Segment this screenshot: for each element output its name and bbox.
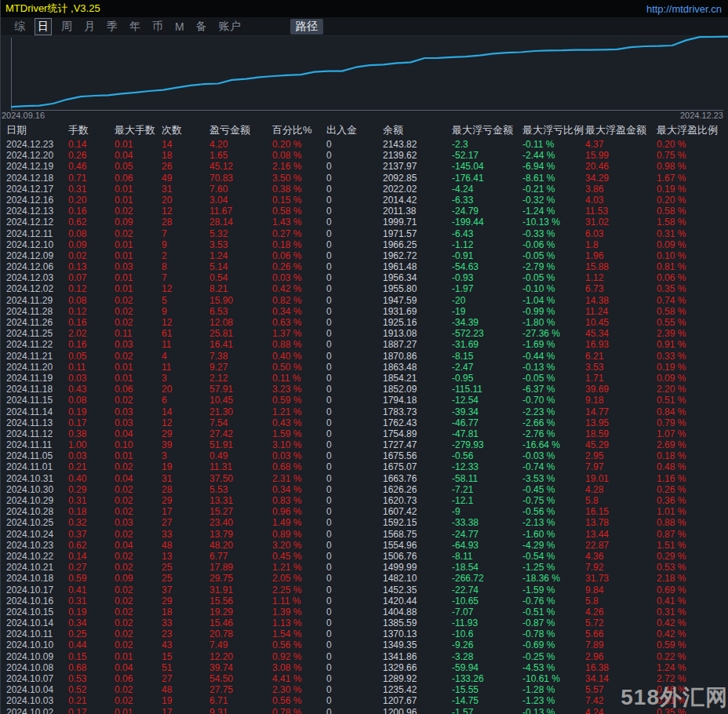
- table-row[interactable]: 2024.11.111.000.103951.913.10 %01727.47-…: [1, 439, 728, 450]
- column-header[interactable]: 最大手数: [115, 123, 162, 137]
- cell: 0.21: [68, 695, 115, 706]
- table-row[interactable]: 2024.11.010.210.021911.310.68 %01675.07-…: [1, 461, 728, 472]
- cell: -15.55: [452, 684, 522, 695]
- table-row[interactable]: 2024.11.220.160.031116.410.88 %01887.27-…: [1, 339, 728, 350]
- cell: -1.60 %: [522, 529, 585, 540]
- table-row[interactable]: 2024.11.252.020.116125.811.37 %01913.08-…: [1, 328, 728, 339]
- table-row[interactable]: 2024.12.110.080.0275.320.27 %01971.57-6.…: [1, 228, 728, 239]
- table-row[interactable]: 2024.11.120.380.042927.421.59 %01754.89-…: [1, 428, 728, 439]
- table-row[interactable]: 2024.11.210.050.0247.380.40 %01870.86-8.…: [1, 351, 728, 362]
- table-row[interactable]: 2024.11.050.030.0130.490.03 %01675.56-0.…: [1, 450, 728, 461]
- cell: 1870.86: [383, 351, 452, 362]
- cell: 0: [326, 639, 383, 650]
- table-row[interactable]: 2024.11.200.110.01119.270.50 %01863.48-2…: [1, 362, 728, 373]
- cell: -24.79: [452, 206, 522, 217]
- cell: 0.68: [68, 662, 115, 673]
- column-header[interactable]: 手数: [68, 123, 115, 137]
- cell: 16.38: [585, 662, 657, 673]
- table-row[interactable]: 2024.10.020.170.01179.310.78 %01200.96-1…: [1, 707, 728, 714]
- table-row[interactable]: 2024.10.310.400.043137.502.31 %01663.76-…: [1, 473, 728, 484]
- table-row[interactable]: 2024.10.250.320.032723.401.49 %01592.15-…: [1, 517, 728, 528]
- column-header[interactable]: 最大浮盈金额: [585, 123, 657, 137]
- table-row[interactable]: 2024.12.100.090.0193.530.18 %01966.25-1.…: [1, 239, 728, 250]
- table-row[interactable]: 2024.11.260.160.021212.080.63 %01925.16-…: [1, 317, 728, 328]
- table-row[interactable]: 2024.12.060.130.0385.140.26 %01961.48-54…: [1, 261, 728, 272]
- table-row[interactable]: 2024.12.160.200.01203.040.15 %02014.42-6…: [1, 195, 728, 206]
- table-row[interactable]: 2024.11.180.430.062057.913.23 %01852.09-…: [1, 384, 728, 395]
- table-row[interactable]: 2024.11.140.190.031421.301.21 %01783.73-…: [1, 406, 728, 417]
- cell: 0: [326, 195, 383, 206]
- table-row[interactable]: 2024.11.190.030.0132.120.11 %01854.21-0.…: [1, 373, 728, 384]
- cell: 4.28: [585, 484, 657, 495]
- table-row[interactable]: 2024.10.290.310.022913.310.83 %01620.73-…: [1, 495, 728, 506]
- cell: 0.27 %: [272, 228, 326, 239]
- table-row[interactable]: 2024.12.030.070.0170.540.03 %01956.34-0.…: [1, 272, 728, 283]
- table-row[interactable]: 2024.10.300.290.02285.530.34 %01626.26-7…: [1, 484, 728, 495]
- cell: 0.04: [115, 150, 162, 161]
- column-header[interactable]: 日期: [6, 123, 68, 137]
- cell: 34.29: [585, 173, 657, 184]
- cell: -10.61 %: [522, 673, 585, 684]
- cell: 0: [326, 228, 383, 239]
- table-row[interactable]: 2024.11.130.170.03127.540.43 %01762.43-4…: [1, 417, 728, 428]
- table-row[interactable]: 2024.10.220.140.02136.770.45 %01506.76-8…: [1, 551, 728, 562]
- column-header[interactable]: 百分比%: [272, 123, 326, 137]
- cell: -12.33: [452, 461, 522, 472]
- table-row[interactable]: 2024.12.180.710.064970.833.50 %02092.85-…: [1, 173, 728, 184]
- table-row[interactable]: 2024.10.150.190.021819.291.39 %01404.88-…: [1, 607, 728, 617]
- cell: 0.04: [115, 662, 162, 673]
- column-header[interactable]: 盈亏金额: [209, 123, 272, 137]
- cell: -0.70 %: [522, 395, 585, 406]
- cell: 3.10 %: [272, 439, 326, 450]
- table-row[interactable]: 2024.10.040.520.024827.752.30 %01235.42-…: [1, 684, 728, 695]
- cell: 0: [326, 461, 383, 472]
- column-header[interactable]: 出入金: [326, 123, 383, 137]
- cell: 1.54 %: [272, 628, 326, 639]
- table-row[interactable]: 2024.12.090.020.0121.240.06 %01962.72-0.…: [1, 250, 728, 261]
- column-header[interactable]: 最大浮盈比例: [657, 123, 728, 137]
- cell: -22.74: [452, 585, 522, 596]
- table-row[interactable]: 2024.10.210.270.022517.891.21 %01499.99-…: [1, 562, 728, 573]
- cell: 7.92: [585, 562, 657, 573]
- table-row[interactable]: 2024.12.130.160.021211.670.58 %02011.38-…: [1, 206, 728, 217]
- table-row[interactable]: 2024.10.160.310.022915.561.11 %01420.44-…: [1, 596, 728, 607]
- cell: -0.05 %: [522, 250, 585, 261]
- table-row[interactable]: 2024.12.020.120.01128.210.42 %01955.80-1…: [1, 283, 728, 294]
- table-row[interactable]: 2024.12.120.620.092828.141.43 %01999.71-…: [1, 217, 728, 228]
- cell: 0.10: [115, 439, 162, 450]
- table-row[interactable]: 2024.10.140.340.023315.461.13 %01385.59-…: [1, 617, 728, 628]
- cell: -2.79 %: [522, 261, 585, 272]
- table-row[interactable]: 2024.11.280.120.0296.530.34 %01931.69-19…: [1, 306, 728, 317]
- cell: -16.64 %: [522, 439, 585, 450]
- cell: 3.23 %: [272, 384, 326, 395]
- table-row[interactable]: 2024.10.090.150.011512.200.92 %01341.86-…: [1, 651, 728, 662]
- cell: 2.05 %: [272, 573, 326, 584]
- column-header[interactable]: 最大浮亏金额: [452, 123, 522, 137]
- table-row[interactable]: 2024.10.070.530.062754.504.41 %01289.92-…: [1, 673, 728, 684]
- column-header[interactable]: 余额: [383, 123, 452, 137]
- cell: 7: [162, 272, 209, 283]
- table-row[interactable]: 2024.12.190.460.052645.122.16 %02137.97-…: [1, 161, 728, 172]
- cell: -145.04: [452, 161, 522, 172]
- table-row[interactable]: 2024.10.180.590.092529.752.05 %01482.10-…: [1, 573, 728, 584]
- cell: 39.74: [209, 662, 272, 673]
- table-row[interactable]: 2024.11.290.080.02515.900.82 %01947.59-2…: [1, 295, 728, 306]
- table-row[interactable]: 2024.10.080.680.045139.743.08 %01329.66-…: [1, 662, 728, 673]
- table-row[interactable]: 2024.10.100.440.02437.490.56 %01349.35-9…: [1, 639, 728, 650]
- table-row[interactable]: 2024.12.200.260.04181.650.08 %02139.62-5…: [1, 150, 728, 161]
- cell: 16.41: [209, 339, 272, 350]
- table-row[interactable]: 2024.10.110.250.022320.781.54 %01370.13-…: [1, 628, 728, 639]
- table-row[interactable]: 2024.10.240.370.023313.790.89 %01568.75-…: [1, 529, 728, 540]
- website-link[interactable]: http://mtdriver.cn: [646, 3, 722, 15]
- column-header[interactable]: 最大浮亏比例: [522, 123, 585, 137]
- table-row[interactable]: 2024.10.230.620.044848.203.20 %01554.96-…: [1, 540, 728, 551]
- table-row[interactable]: 2024.11.150.080.02610.450.59 %01794.18-1…: [1, 395, 728, 406]
- cell: 3.86: [585, 184, 657, 195]
- table-row[interactable]: 2024.10.170.410.023731.912.25 %01452.35-…: [1, 585, 728, 596]
- table-row[interactable]: 2024.10.280.180.021715.270.96 %01607.42-…: [1, 506, 728, 517]
- table-row[interactable]: 2024.12.170.310.01317.600.38 %02022.02-4…: [1, 184, 728, 195]
- cell: 0: [326, 373, 383, 384]
- table-row[interactable]: 2024.12.230.140.01144.200.20 %02143.82-2…: [1, 139, 728, 150]
- column-header[interactable]: 次数: [162, 123, 209, 137]
- table-row[interactable]: 2024.10.030.210.02196.710.56 %01207.67-1…: [1, 695, 728, 706]
